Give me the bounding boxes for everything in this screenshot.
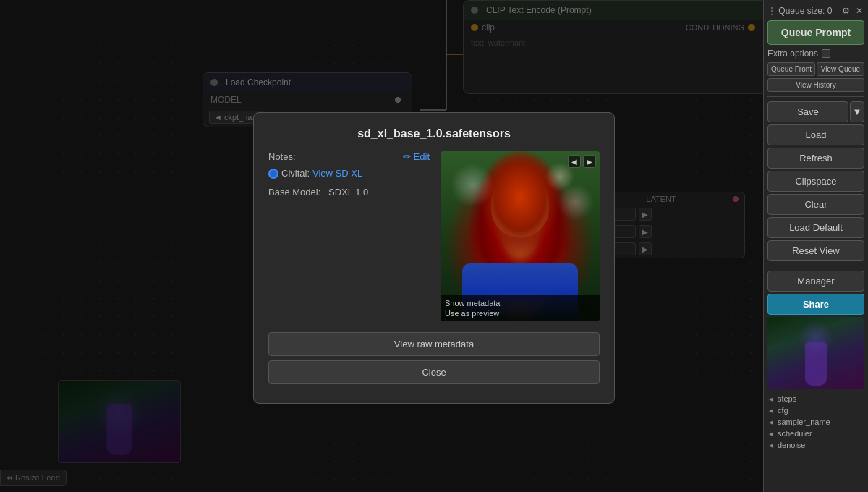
extra-options-row: Extra options xyxy=(767,47,864,60)
civitai-icon xyxy=(268,169,278,179)
load-default-button[interactable]: Load Default xyxy=(767,217,864,238)
divider-1 xyxy=(767,96,864,97)
param-denoise: ◄ denoise xyxy=(767,439,864,451)
view-history-button[interactable]: View History xyxy=(767,78,864,92)
modal-actions: View raw metadata Close xyxy=(268,332,600,389)
param-steps: ◄ steps xyxy=(767,393,864,404)
view-raw-metadata-button[interactable]: View raw metadata xyxy=(268,332,600,356)
share-button[interactable]: Share xyxy=(767,294,864,315)
edit-label: ✏ Edit xyxy=(403,151,430,162)
queue-prompt-button[interactable]: Queue Prompt xyxy=(767,20,864,45)
param-sampler-label: sampler_name xyxy=(778,417,830,426)
queue-size-label: ⋮ Queue size: 0 xyxy=(767,6,832,16)
clear-button[interactable]: Clear xyxy=(767,194,864,215)
param-steps-label: steps xyxy=(778,394,796,403)
queue-front-button[interactable]: Queue Front xyxy=(767,62,815,76)
notes-label: Notes: xyxy=(268,151,296,162)
param-scheduler-label: scheduler xyxy=(778,429,812,438)
param-scheduler: ◄ scheduler xyxy=(767,428,864,439)
extra-options-label: Extra options xyxy=(767,48,818,59)
refresh-button[interactable]: Refresh xyxy=(767,148,864,169)
reset-view-button[interactable]: Reset View xyxy=(767,240,864,261)
save-button[interactable]: Save xyxy=(767,101,848,122)
divider-2 xyxy=(767,266,864,266)
param-sampler-name: ◄ sampler_name xyxy=(767,416,864,428)
civitai-link[interactable]: View SD XL xyxy=(312,168,362,179)
modal-info-section: Notes: ✏ Edit Civitai: View SD XL Base M… xyxy=(268,151,430,321)
image-overlay: Show metadata Use as preview xyxy=(441,295,600,321)
queue-view-row: Queue Front View Queue xyxy=(767,62,864,76)
modal-title: sd_xl_base_1.0.safetensors xyxy=(268,127,600,140)
manager-button[interactable]: Manager xyxy=(767,271,864,292)
close-icon-btn[interactable]: ✕ xyxy=(854,6,864,16)
civitai-label: Civitai: xyxy=(281,168,310,179)
param-cfg-arrow: ◄ xyxy=(767,407,775,415)
param-steps-arrow: ◄ xyxy=(767,395,775,403)
queue-size-text: Queue size: 0 xyxy=(778,6,832,16)
use-as-preview-btn[interactable]: Use as preview xyxy=(445,308,595,318)
modal-image-container: ◀ ▶ Show metadata Use as preview xyxy=(441,151,600,321)
preview-thumb-image xyxy=(767,317,864,389)
base-model-row: Base Model: SDXL 1.0 xyxy=(268,187,430,198)
clipspace-button[interactable]: Clipspace xyxy=(767,171,864,192)
edit-button[interactable]: ✏ Edit xyxy=(403,151,430,162)
thumb-glow xyxy=(798,321,834,357)
param-denoise-arrow: ◄ xyxy=(767,441,775,449)
save-row: Save ▼ xyxy=(767,101,864,122)
image-next-button[interactable]: ▶ xyxy=(583,155,596,168)
sidebar-params: ◄ steps ◄ cfg ◄ sampler_name ◄ scheduler… xyxy=(767,393,864,451)
image-nav: ◀ ▶ xyxy=(568,155,596,168)
param-cfg-label: cfg xyxy=(778,406,788,415)
param-cfg: ◄ cfg xyxy=(767,404,864,416)
notes-row: Notes: ✏ Edit xyxy=(268,151,430,162)
param-sampler-arrow: ◄ xyxy=(767,418,775,426)
civitai-row: Civitai: View SD XL xyxy=(268,168,430,181)
canvas-area: CLIP Text Encode (Prompt) clip CONDITION… xyxy=(0,0,763,492)
settings-icon-btn[interactable]: ⚙ xyxy=(841,6,851,16)
model-info-modal: sd_xl_base_1.0.safetensors Notes: ✏ Edit… xyxy=(253,112,615,404)
close-button[interactable]: Close xyxy=(268,360,600,384)
view-queue-button[interactable]: View Queue xyxy=(817,62,864,76)
param-scheduler-arrow: ◄ xyxy=(767,430,775,438)
preview-thumbnail xyxy=(767,317,864,389)
modal-content: Notes: ✏ Edit Civitai: View SD XL Base M… xyxy=(268,151,600,321)
save-dropdown-button[interactable]: ▼ xyxy=(850,101,864,122)
base-model-label: Base Model: xyxy=(268,187,320,198)
model-preview-image: ◀ ▶ Show metadata Use as preview xyxy=(441,151,600,321)
extra-options-checkbox[interactable] xyxy=(822,49,830,58)
param-denoise-label: denoise xyxy=(778,441,806,449)
show-metadata-btn[interactable]: Show metadata xyxy=(445,298,595,308)
right-panel: ⋮ Queue size: 0 ⚙ ✕ Queue Prompt Extra o… xyxy=(763,0,868,492)
image-prev-button[interactable]: ◀ xyxy=(568,155,581,168)
panel-header-icons: ⚙ ✕ xyxy=(841,6,864,16)
queue-size-header: ⋮ Queue size: 0 ⚙ ✕ xyxy=(767,4,864,18)
portrait-hair xyxy=(469,151,571,267)
load-button[interactable]: Load xyxy=(767,124,864,145)
base-model-value: SDXL 1.0 xyxy=(328,187,368,198)
